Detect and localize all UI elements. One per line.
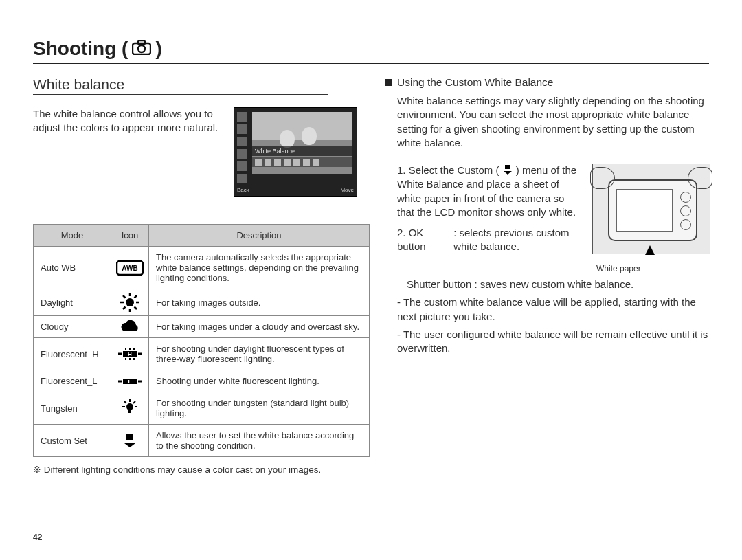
lcd-side-icon <box>237 161 247 171</box>
camera-illustration <box>592 164 710 254</box>
desc-cell: For shooting under tungsten (standard li… <box>149 392 370 425</box>
svg-rect-36 <box>505 165 510 169</box>
svg-line-11 <box>135 307 137 310</box>
face-icon <box>280 130 295 148</box>
camera-icon <box>132 38 151 60</box>
left-column: White balance The white balance control … <box>33 76 357 475</box>
svg-line-12 <box>135 295 137 298</box>
desc-cell: For taking images under a cloudy and ove… <box>149 316 370 338</box>
lcd-back-label: Back <box>237 187 249 193</box>
svg-line-33 <box>124 401 126 403</box>
svg-line-10 <box>123 295 126 298</box>
svg-point-5 <box>126 298 134 306</box>
svg-text:L: L <box>128 379 132 385</box>
sun-icon <box>120 292 140 313</box>
col-desc: Description <box>149 225 370 247</box>
white-balance-table: Mode Icon Description Auto WB AWB The ca… <box>33 224 370 457</box>
section-heading: White balance <box>33 76 328 95</box>
table-row: Custom Set Allows the user to set the wh… <box>34 425 370 457</box>
step-1: 1. Select the Custom ( ) menu of the Whi… <box>397 164 581 219</box>
page-title-prefix: Shooting ( <box>33 38 128 60</box>
desc-cell: The camera automatically selects the app… <box>149 247 370 289</box>
svg-rect-35 <box>126 434 133 440</box>
icon-cell: AWB <box>111 247 149 289</box>
camera-lcd-preview: White Balance Back Move <box>234 107 357 197</box>
sub-heading-text: Using the Custom White Balance <box>397 76 553 89</box>
intro-text: The white balance control allows you to … <box>33 107 224 197</box>
lcd-side-icon <box>237 124 247 134</box>
lcd-side-icon <box>237 137 247 146</box>
lcd-side-icon <box>237 112 247 122</box>
after-steps: Shutter button : saves new custom white … <box>397 278 709 355</box>
lcd-move-label: Move <box>340 187 354 193</box>
right-column: Using the Custom White Balance White bal… <box>385 76 709 475</box>
desc-cell: Allows the user to set the white balance… <box>149 425 370 457</box>
sub-heading: Using the Custom White Balance <box>385 76 709 89</box>
desc-cell: For taking images outside. <box>149 289 370 316</box>
svg-text:H: H <box>128 351 132 357</box>
mode-cell: Cloudy <box>34 316 111 338</box>
camera-figure: White paper <box>592 164 709 273</box>
face-icon <box>302 127 317 145</box>
svg-point-2 <box>138 45 145 52</box>
cloud-icon <box>119 320 141 335</box>
icon-cell <box>111 316 149 338</box>
awb-icon: AWB <box>116 260 144 276</box>
mode-cell: Daylight <box>34 289 111 316</box>
icon-cell <box>111 425 149 457</box>
svg-text:AWB: AWB <box>122 265 137 272</box>
icon-cell <box>111 392 149 425</box>
table-row: Fluorescent_H H For sho <box>34 338 370 370</box>
mode-cell: Custom Set <box>34 425 111 457</box>
page-number: 42 <box>33 533 42 542</box>
intro-paragraph: White balance settings may vary slightly… <box>397 94 709 150</box>
icon-cell <box>111 289 149 316</box>
lcd-wb-label: White Balance <box>252 146 352 156</box>
icon-cell: H <box>111 338 149 370</box>
steps-list: 1. Select the Custom ( ) menu of the Whi… <box>397 164 581 273</box>
figure-caption: White paper <box>596 264 709 273</box>
bullet-note: - The custom white balance value will be… <box>397 295 709 324</box>
lcd-side-icon <box>237 174 247 183</box>
fluorescent-l-icon: L <box>117 376 142 387</box>
step-3: Shutter button : saves new custom white … <box>397 278 709 291</box>
custom-set-icon <box>122 432 138 449</box>
page-title: Shooting ( ) <box>33 38 709 64</box>
table-row: Fluorescent_L L Shooting under white flu… <box>34 370 370 392</box>
custom-set-icon <box>502 164 513 175</box>
table-row: Daylight For taking images outside. <box>34 289 370 316</box>
page-title-suffix: ) <box>155 38 161 60</box>
mode-cell: Fluorescent_H <box>34 338 111 370</box>
step-2: 2. OK button : selects previous custom w… <box>397 226 581 254</box>
table-note: ※ Different lighting conditions may caus… <box>33 464 357 475</box>
arrow-up-icon <box>645 245 655 255</box>
svg-line-34 <box>133 401 135 403</box>
table-row: Tungsten For shooting under tungsten (st… <box>34 392 370 425</box>
square-bullet-icon <box>385 79 392 86</box>
desc-cell: For shooting under daylight fluorescent … <box>149 338 370 370</box>
svg-rect-29 <box>128 410 131 413</box>
desc-cell: Shooting under white fluorescent lightin… <box>149 370 370 392</box>
col-mode: Mode <box>34 225 111 247</box>
lcd-side-icon <box>237 149 247 159</box>
mode-cell: Tungsten <box>34 392 111 425</box>
mode-cell: Fluorescent_L <box>34 370 111 392</box>
bullet-note: - The user configured white balance will… <box>397 328 709 356</box>
icon-cell: L <box>111 370 149 392</box>
table-row: Auto WB AWB The camera automatically sel… <box>34 247 370 289</box>
table-row: Cloudy For taking images under a cloudy … <box>34 316 370 338</box>
svg-rect-1 <box>138 41 145 44</box>
svg-point-28 <box>126 403 133 410</box>
col-icon: Icon <box>111 225 149 247</box>
bulb-icon <box>120 399 139 418</box>
mode-cell: Auto WB <box>34 247 111 289</box>
lcd-icon-row <box>252 157 352 167</box>
svg-line-13 <box>123 307 126 310</box>
fluorescent-h-icon: H <box>117 347 142 361</box>
